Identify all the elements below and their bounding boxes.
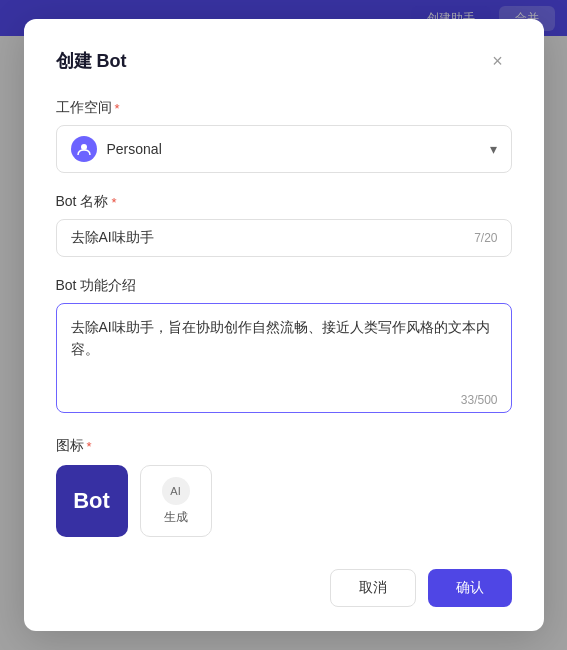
chevron-down-icon: ▾	[490, 141, 497, 157]
cancel-button[interactable]: 取消	[330, 569, 416, 607]
bot-name-input-wrapper: 7/20	[56, 219, 512, 257]
bot-name-label: Bot 名称 *	[56, 193, 512, 211]
bot-desc-group: Bot 功能介绍 去除AI味助手，旨在协助创作自然流畅、接近人类写作风格的文本内…	[56, 277, 512, 417]
ai-icon: AI	[162, 477, 190, 505]
bot-name-input[interactable]	[56, 219, 512, 257]
icon-section: 图标 * Bot AI 生成	[56, 437, 512, 537]
workspace-left: Personal	[71, 136, 162, 162]
icon-selected-preview[interactable]: Bot	[56, 465, 128, 537]
icon-required-star: *	[87, 439, 92, 454]
bot-desc-label: Bot 功能介绍	[56, 277, 512, 295]
modal-footer: 取消 确认	[56, 565, 512, 607]
icon-generate-button[interactable]: AI 生成	[140, 465, 212, 537]
workspace-avatar	[71, 136, 97, 162]
svg-point-0	[81, 144, 87, 150]
workspace-label: 工作空间 *	[56, 99, 512, 117]
modal-overlay: 创建 Bot × 工作空间 * Personal ▾	[0, 0, 567, 650]
workspace-name: Personal	[107, 141, 162, 157]
bot-name-group: Bot 名称 * 7/20	[56, 193, 512, 257]
modal-title: 创建 Bot	[56, 49, 127, 73]
bot-name-required-star: *	[111, 195, 116, 210]
generate-label: 生成	[164, 509, 188, 526]
icon-label: 图标 *	[56, 437, 512, 455]
confirm-button[interactable]: 确认	[428, 569, 512, 607]
modal-header: 创建 Bot ×	[56, 47, 512, 75]
bot-desc-textarea[interactable]: 去除AI味助手，旨在协助创作自然流畅、接近人类写作风格的文本内容。	[56, 303, 512, 413]
bot-name-char-count: 7/20	[474, 231, 497, 245]
bot-desc-char-count: 33/500	[461, 393, 498, 407]
bot-desc-textarea-wrapper: 去除AI味助手，旨在协助创作自然流畅、接近人类写作风格的文本内容。 33/500	[56, 303, 512, 417]
workspace-required-star: *	[115, 101, 120, 116]
close-button[interactable]: ×	[484, 47, 512, 75]
create-bot-modal: 创建 Bot × 工作空间 * Personal ▾	[24, 19, 544, 631]
workspace-select[interactable]: Personal ▾	[56, 125, 512, 173]
icon-options: Bot AI 生成	[56, 465, 512, 537]
workspace-group: 工作空间 * Personal ▾	[56, 99, 512, 173]
